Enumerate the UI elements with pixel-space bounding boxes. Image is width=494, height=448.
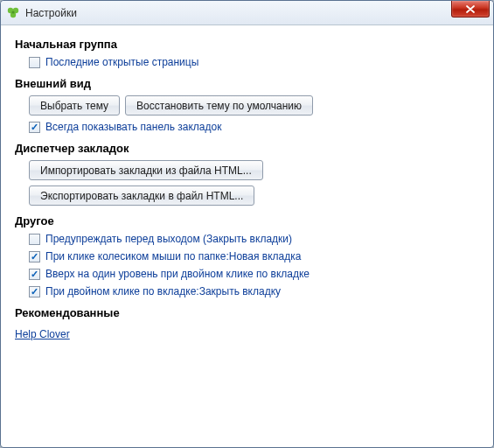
choose-theme-button[interactable]: Выбрать тему: [29, 95, 120, 116]
checkbox-double-click-up[interactable]: [29, 269, 40, 280]
close-icon: [466, 5, 475, 13]
help-clover-link[interactable]: Help Clover: [15, 328, 70, 340]
label-always-show-bookmarks[interactable]: Всегда показывать панель закладок: [45, 121, 221, 133]
label-double-click-close[interactable]: При двойном клике по вкладке:Закрыть вкл…: [45, 285, 281, 298]
option-double-click-up[interactable]: Вверх на один уровень при двойном клике …: [29, 268, 479, 280]
label-warn-before-exit[interactable]: Предупреждать перед выходом (Закрыть вкл…: [45, 233, 292, 245]
label-last-open-pages[interactable]: Последние открытые страницы: [45, 56, 198, 68]
close-button[interactable]: [451, 1, 490, 18]
option-warn-before-exit[interactable]: Предупреждать перед выходом (Закрыть вкл…: [29, 233, 479, 245]
label-double-click-up[interactable]: Вверх на один уровень при двойном клике …: [45, 268, 310, 280]
option-double-click-close[interactable]: При двойном клике по вкладке:Закрыть вкл…: [29, 285, 479, 298]
svg-point-3: [11, 10, 14, 13]
section-startup-title: Начальная группа: [15, 38, 479, 51]
checkbox-warn-before-exit[interactable]: [29, 234, 40, 245]
checkbox-always-show-bookmarks[interactable]: [29, 122, 40, 133]
settings-window: Настройки Начальная группа Последние отк…: [0, 0, 494, 448]
reset-theme-button[interactable]: Восстановить тему по умолчанию: [125, 95, 313, 116]
section-other-title: Другое: [15, 214, 479, 228]
content-area: Начальная группа Последние открытые стра…: [1, 25, 493, 447]
export-bookmarks-button[interactable]: Экспортировать закладки в файл HTML...: [29, 186, 254, 206]
section-bookmarks-manager-title: Диспетчер закладок: [15, 142, 479, 155]
section-appearance-title: Внешний вид: [15, 77, 479, 90]
app-icon: [6, 6, 20, 20]
window-title: Настройки: [25, 7, 77, 19]
label-wheel-click-folder[interactable]: При клике колесиком мыши по папке:Новая …: [45, 250, 301, 262]
section-recommended-title: Рекомендованные: [15, 306, 479, 319]
option-always-show-bookmarks[interactable]: Всегда показывать панель закладок: [29, 121, 479, 133]
option-last-open-pages[interactable]: Последние открытые страницы: [29, 56, 479, 68]
import-bookmarks-button[interactable]: Импортировать закладки из файла HTML...: [29, 160, 263, 180]
option-wheel-click-folder[interactable]: При клике колесиком мыши по папке:Новая …: [29, 250, 479, 262]
checkbox-last-open-pages[interactable]: [29, 57, 40, 68]
checkbox-wheel-click-folder[interactable]: [29, 251, 40, 262]
titlebar[interactable]: Настройки: [1, 1, 493, 25]
checkbox-double-click-close[interactable]: [29, 286, 40, 298]
